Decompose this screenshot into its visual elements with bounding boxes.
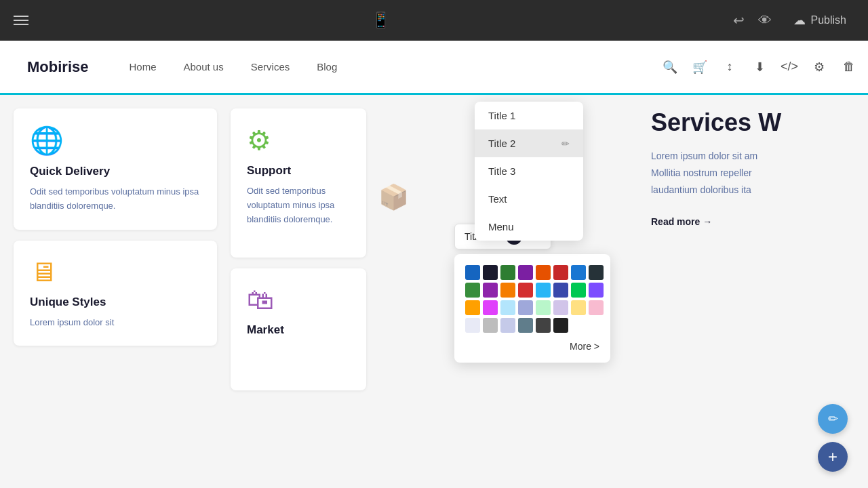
color-swatch[interactable] — [465, 283, 480, 298]
color-swatch[interactable] — [483, 265, 498, 280]
color-swatch[interactable] — [500, 265, 515, 280]
color-swatch[interactable] — [518, 265, 533, 280]
color-grid — [465, 265, 599, 333]
top-bar-center: 📱 — [372, 12, 390, 29]
color-swatch[interactable] — [553, 265, 568, 280]
box-icon-area: 📦 — [366, 95, 420, 488]
nav-settings-icon[interactable]: ⚙ — [807, 55, 831, 79]
color-swatch[interactable] — [500, 283, 515, 298]
nav-code-icon[interactable]: </> — [777, 55, 802, 79]
color-swatch[interactable] — [536, 300, 551, 315]
upload-icon: ☁ — [793, 13, 806, 28]
color-swatch[interactable] — [500, 318, 515, 333]
nav-bar: Mobirise Home About us Services Blog 🔍 🛒… — [0, 41, 868, 95]
card-quick-delivery: 🌐 Quick Delivery Odit sed temporibus vol… — [14, 108, 217, 230]
edit-icon: ✏ — [561, 138, 570, 149]
color-swatch[interactable] — [518, 318, 533, 333]
color-swatch[interactable] — [483, 318, 498, 333]
fab-add-button[interactable]: + — [818, 442, 848, 472]
card-title-2: Support — [247, 164, 350, 178]
read-more-button[interactable]: Read more → — [651, 216, 712, 227]
nav-cart-icon[interactable]: 🛒 — [688, 55, 712, 79]
color-swatch[interactable] — [553, 283, 568, 298]
card-text-1: Odit sed temporibus voluptatum minus ips… — [30, 185, 201, 214]
publish-label: Publish — [811, 14, 846, 26]
cards-section: 🌐 Quick Delivery Odit sed temporibus vol… — [0, 95, 231, 488]
nav-logo: Mobirise — [27, 58, 88, 76]
nav-link-home[interactable]: Home — [129, 61, 156, 73]
card-title-1: Quick Delivery — [30, 165, 201, 178]
nav-move-icon[interactable]: ↕ — [717, 55, 742, 79]
globe-icon: 🌐 — [30, 125, 201, 157]
color-picker: More > — [454, 254, 610, 363]
bag-icon: 🛍 — [247, 285, 350, 315]
color-swatch[interactable] — [571, 283, 586, 298]
nav-search-icon[interactable]: 🔍 — [658, 55, 682, 79]
color-swatch[interactable] — [518, 300, 533, 315]
nav-link-about[interactable]: About us — [183, 61, 223, 73]
card-title-3: Unique Styles — [30, 296, 201, 309]
cards-col2: ⚙ Support Odit sed temporibus voluptatum… — [231, 95, 366, 488]
color-swatch[interactable] — [483, 283, 498, 298]
color-swatch[interactable] — [536, 265, 551, 280]
card-unique-styles: 🖥 Unique Styles Lorem ipsum dolor sit — [14, 241, 217, 346]
color-swatch[interactable] — [536, 318, 551, 333]
publish-button[interactable]: ☁ Publish — [785, 9, 854, 32]
top-bar-left — [14, 16, 28, 25]
color-swatch[interactable] — [553, 300, 568, 315]
menu-icon[interactable] — [14, 16, 28, 25]
nav-download-icon[interactable]: ⬇ — [747, 55, 772, 79]
color-swatch[interactable] — [589, 265, 604, 280]
nav-toolbar: 🔍 🛒 ↕ ⬇ </> ⚙ 🗑 — [658, 55, 861, 79]
screen-icon: 🖥 — [30, 257, 201, 287]
more-colors-button[interactable]: More > — [465, 341, 599, 352]
services-title: Services W — [651, 108, 868, 137]
color-swatch[interactable] — [500, 300, 515, 315]
card-support: ⚙ Support Odit sed temporibus voluptatum… — [231, 108, 366, 258]
color-swatch[interactable] — [553, 318, 568, 333]
color-swatch[interactable] — [536, 283, 551, 298]
dropdown-item-menu[interactable]: Menu — [475, 213, 583, 241]
dropdown-item-title1[interactable]: Title 1 — [475, 102, 583, 129]
services-text: Lorem ipsum dolor sit am Mollitia nostru… — [651, 148, 868, 199]
card-text-2: Odit sed temporibus voluptatum minus ips… — [247, 184, 350, 226]
color-swatch[interactable] — [589, 283, 604, 298]
color-swatch[interactable] — [571, 265, 586, 280]
card-market: 🛍 Market — [231, 268, 366, 390]
services-content: Services W Lorem ipsum dolor sit am Moll… — [637, 95, 868, 241]
card-text-3: Lorem ipsum dolor sit — [30, 316, 201, 330]
nav-link-services[interactable]: Services — [251, 61, 290, 73]
nav-delete-icon[interactable]: 🗑 — [837, 55, 861, 79]
dropdown-menu: Title 1 Title 2 ✏ Title 3 Text Menu — [475, 102, 583, 241]
top-bar: 📱 ↩ 👁 ☁ Publish — [0, 0, 868, 41]
undo-icon[interactable]: ↩ — [733, 12, 745, 28]
color-swatch[interactable] — [518, 283, 533, 298]
edit-pencil-icon: ✏ — [828, 411, 838, 426]
color-swatch[interactable] — [465, 300, 480, 315]
color-swatch[interactable] — [483, 300, 498, 315]
right-section: Title 1 Title 2 ✏ Title 3 Text Menu Titl… — [420, 95, 868, 488]
card-title-4: Market — [247, 323, 350, 337]
color-swatch[interactable] — [571, 300, 586, 315]
dropdown-item-text[interactable]: Text — [475, 185, 583, 213]
dropdown-item-title2[interactable]: Title 2 ✏ — [475, 129, 583, 157]
top-bar-right: ↩ 👁 ☁ Publish — [733, 9, 854, 32]
add-icon: + — [828, 447, 837, 466]
nav-link-blog[interactable]: Blog — [317, 61, 337, 73]
dropdown-item-title3[interactable]: Title 3 — [475, 157, 583, 185]
color-swatch[interactable] — [589, 300, 604, 315]
mobile-preview-icon[interactable]: 📱 — [372, 12, 390, 29]
color-swatch[interactable] — [465, 265, 480, 280]
gear-icon: ⚙ — [247, 125, 350, 156]
color-swatch[interactable] — [465, 318, 480, 333]
nav-links: Home About us Services Blog — [129, 61, 337, 73]
main-content: 🌐 Quick Delivery Odit sed temporibus vol… — [0, 95, 868, 488]
fab-edit-button[interactable]: ✏ — [818, 404, 848, 434]
3d-box-icon: 📦 — [378, 183, 409, 211]
preview-icon[interactable]: 👁 — [758, 13, 772, 28]
